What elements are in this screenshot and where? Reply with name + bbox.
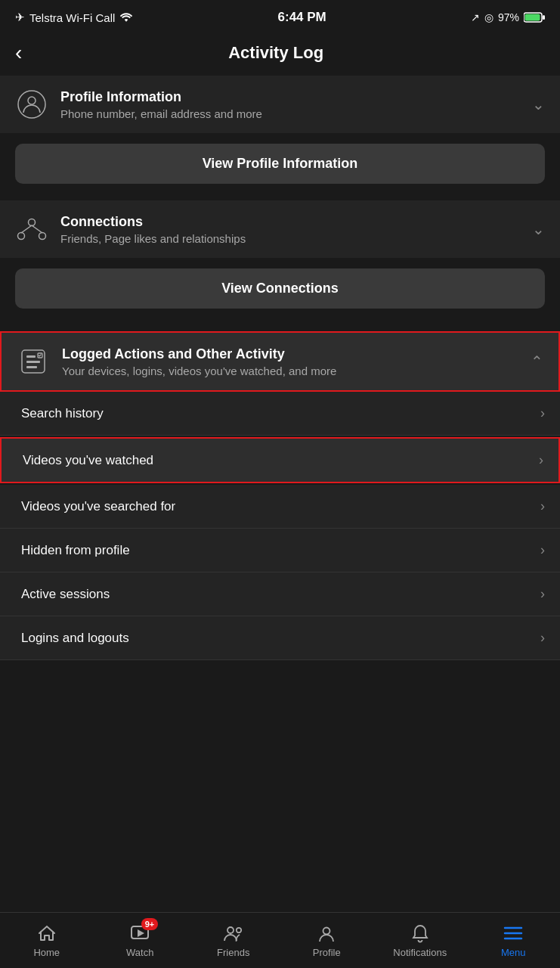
nav-profile[interactable]: Profile (280, 913, 374, 968)
logged-actions-section[interactable]: Logged Actions and Other Activity Your d… (0, 331, 560, 392)
logged-actions-subtitle: Your devices, logins, videos you've watc… (62, 365, 336, 377)
status-time: 6:44 PM (278, 10, 326, 25)
connections-section[interactable]: Connections Friends, Page likes and rela… (0, 200, 560, 258)
back-button[interactable]: ‹ (15, 41, 22, 65)
connections-text: Connections Friends, Page likes and rela… (60, 214, 246, 245)
logged-actions-text: Logged Actions and Other Activity Your d… (62, 346, 336, 377)
nav-notifications-label: Notifications (393, 947, 447, 958)
battery-label: 97% (498, 11, 519, 23)
section-left-logged: Logged Actions and Other Activity Your d… (17, 345, 523, 378)
svg-line-8 (21, 225, 32, 233)
nav-menu-label: Menu (501, 947, 526, 958)
profile-nav-icon (316, 923, 337, 944)
bottom-navigation: Home 9+ Watch Friends (0, 912, 560, 968)
location-icon: ↗ (471, 11, 480, 23)
svg-point-17 (227, 927, 234, 933)
connections-subtitle: Friends, Page likes and relationships (60, 232, 246, 245)
nav-home-label: Home (33, 947, 60, 958)
status-bar: ✈ Telstra Wi-Fi Call 6:44 PM ↗ ◎ 97% (0, 0, 560, 33)
view-profile-container: View Profile Information (0, 135, 560, 194)
spacer-1 (0, 194, 560, 200)
search-history-label: Search history (21, 406, 104, 421)
spacer-2 (0, 319, 560, 325)
videos-watched-chevron: › (539, 452, 543, 468)
status-left: ✈ Telstra Wi-Fi Call (15, 11, 133, 24)
svg-rect-11 (26, 355, 36, 358)
view-connections-button[interactable]: View Connections (15, 268, 545, 309)
carrier-label: Telstra Wi-Fi Call (29, 11, 115, 24)
notifications-icon (410, 923, 431, 944)
svg-point-5 (29, 219, 36, 226)
page-title: Activity Log (29, 43, 522, 63)
logins-logouts-label: Logins and logouts (21, 631, 129, 646)
profile-info-title: Profile Information (60, 89, 262, 105)
profile-info-subtitle: Phone number, email address and more (60, 107, 262, 120)
active-sessions-chevron: › (540, 586, 545, 602)
svg-point-6 (18, 233, 25, 240)
svg-point-19 (323, 928, 330, 935)
videos-searched-label: Videos you've searched for (21, 499, 175, 514)
svg-rect-12 (26, 361, 40, 363)
search-history-chevron: › (540, 405, 545, 421)
clock-icon: ◎ (484, 11, 493, 23)
nav-watch-label: Watch (126, 947, 153, 958)
nav-friends-label: Friends (217, 947, 249, 958)
connections-chevron: ⌄ (532, 220, 545, 238)
page-header: ‹ Activity Log (0, 33, 560, 76)
profile-info-chevron: ⌄ (532, 95, 545, 113)
logged-actions-icon (17, 345, 50, 378)
watch-icon: 9+ (129, 923, 150, 944)
svg-rect-2 (525, 14, 540, 21)
videos-searched-chevron: › (540, 498, 545, 514)
friends-icon (223, 923, 244, 944)
hidden-profile-chevron: › (540, 542, 545, 558)
active-sessions-label: Active sessions (21, 587, 110, 602)
videos-watched-label: Videos you've watched (23, 453, 153, 468)
status-right: ↗ ◎ 97% (471, 11, 545, 23)
section-left: Profile Information Phone number, email … (15, 88, 524, 121)
battery-icon (524, 12, 545, 23)
svg-point-18 (237, 928, 241, 932)
watch-badge: 9+ (141, 918, 159, 930)
menu-icon (503, 923, 524, 944)
nav-notifications[interactable]: Notifications (373, 913, 467, 968)
nav-menu[interactable]: Menu (467, 913, 561, 968)
logged-actions-chevron: ⌃ (531, 352, 543, 371)
connections-title: Connections (60, 214, 246, 230)
svg-rect-13 (26, 366, 37, 368)
plane-icon: ✈ (15, 11, 25, 24)
logged-actions-title: Logged Actions and Other Activity (62, 346, 336, 362)
profile-info-section[interactable]: Profile Information Phone number, email … (0, 76, 560, 133)
nav-friends[interactable]: Friends (187, 913, 280, 968)
logins-logouts-chevron: › (540, 630, 545, 646)
svg-rect-1 (543, 15, 545, 20)
hidden-profile-label: Hidden from profile (21, 543, 130, 558)
nav-profile-label: Profile (313, 947, 341, 958)
sub-item-videos-watched[interactable]: Videos you've watched › (0, 437, 560, 483)
svg-point-7 (39, 233, 46, 240)
section-left-connections: Connections Friends, Page likes and rela… (15, 213, 524, 246)
svg-line-9 (32, 225, 42, 233)
sub-item-videos-searched[interactable]: Videos you've searched for › (0, 485, 560, 529)
svg-marker-16 (138, 929, 144, 937)
view-profile-button[interactable]: View Profile Information (15, 144, 545, 184)
profile-info-text: Profile Information Phone number, email … (60, 89, 262, 120)
home-icon (36, 923, 57, 944)
profile-info-icon (15, 88, 48, 121)
sub-item-active-sessions[interactable]: Active sessions › (0, 572, 560, 616)
nav-home[interactable]: Home (0, 913, 94, 968)
sub-item-search-history[interactable]: Search history › (0, 392, 560, 436)
connections-icon (15, 213, 48, 246)
sub-item-hidden-from-profile[interactable]: Hidden from profile › (0, 529, 560, 572)
view-connections-container: View Connections (0, 259, 560, 319)
wifi-icon (119, 12, 133, 23)
nav-watch[interactable]: 9+ Watch (94, 913, 187, 968)
svg-point-4 (28, 97, 36, 104)
sub-item-logins-logouts[interactable]: Logins and logouts › (0, 616, 560, 660)
